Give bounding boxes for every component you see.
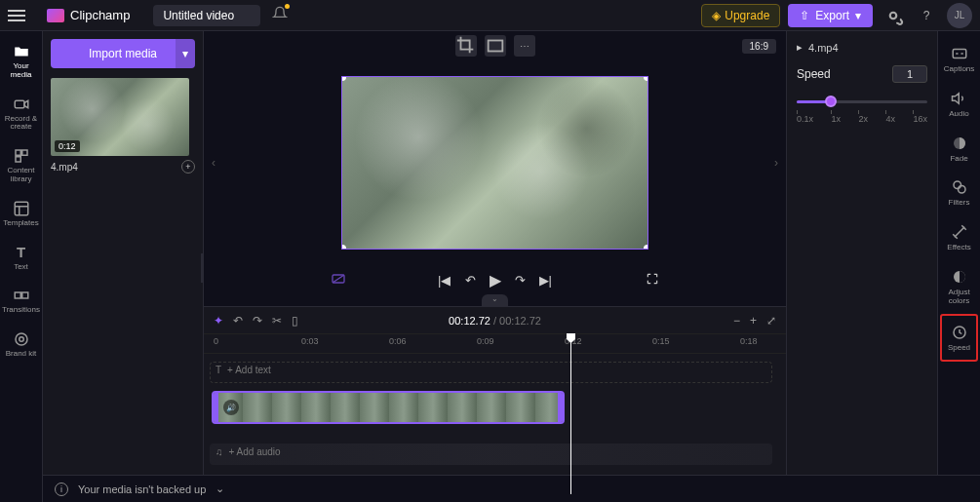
user-avatar[interactable]: JL (947, 3, 972, 28)
skip-back-button[interactable]: |◀ (438, 273, 451, 288)
tab-audio[interactable]: Audio (938, 82, 980, 127)
preview-canvas[interactable]: ⟳ (341, 76, 648, 250)
import-dropdown[interactable]: ▾ (176, 39, 195, 68)
clip-audio-icon[interactable]: 🔊 (223, 400, 239, 415)
resize-handle-tl[interactable] (341, 76, 346, 81)
slider-marks: 0.1x 1x 2x 4x 16x (797, 114, 927, 124)
tab-effects[interactable]: Effects (938, 215, 980, 260)
resize-handle-tr[interactable] (644, 76, 648, 81)
add-to-timeline-button[interactable]: + (181, 160, 195, 174)
rewind-button[interactable]: ↶ (465, 273, 476, 288)
preview-next[interactable]: › (774, 156, 778, 170)
import-label: Import media (89, 47, 157, 60)
collapse-timeline-button[interactable]: ⌄ (482, 294, 508, 306)
preview-prev[interactable]: ‹ (212, 156, 216, 170)
add-text-label: + Add text (227, 365, 271, 375)
tab-label: Captions (944, 65, 975, 74)
upgrade-button[interactable]: ◈ Upgrade (701, 4, 780, 27)
svg-rect-5 (15, 202, 28, 215)
backup-status: Your media isn't backed up (78, 483, 206, 495)
resize-handle-bl[interactable] (341, 245, 346, 250)
zoom-in-button[interactable]: + (750, 314, 757, 328)
nav-brand-kit[interactable]: Brand kit (0, 323, 42, 367)
media-panel: Import media ▾ 0:12 4.mp4 + (43, 31, 204, 502)
export-button[interactable]: ⇧ Export ▾ (788, 4, 873, 27)
nav-record-create[interactable]: Record & create (0, 88, 42, 140)
video-track[interactable]: 🔊 (210, 397, 780, 430)
svg-point-14 (954, 181, 961, 189)
auto-caption-icon[interactable] (331, 271, 346, 290)
filters-icon (951, 178, 968, 196)
media-thumbnail[interactable]: 0:12 (51, 78, 189, 156)
tab-speed[interactable]: Speed (940, 314, 978, 363)
audio-track[interactable]: ♫+ Add audio (210, 444, 780, 465)
nav-content-library[interactable]: Content library (0, 139, 42, 192)
app-name: Clipchamp (70, 8, 130, 22)
video-clip[interactable]: 🔊 (212, 391, 565, 424)
captions-icon (951, 45, 968, 62)
settings-icon[interactable] (881, 3, 906, 28)
svg-rect-3 (21, 150, 26, 155)
resize-handle-br[interactable] (644, 245, 648, 250)
tick: 0:18 (740, 336, 758, 346)
zoom-fit-button[interactable]: ⤢ (766, 314, 776, 328)
info-icon[interactable]: i (55, 483, 68, 496)
nav-label: Content library (2, 167, 40, 184)
tab-filters[interactable]: Filters (938, 171, 980, 215)
play-button[interactable]: ▶ (490, 271, 501, 290)
tab-adjust-colors[interactable]: Adjust colors (938, 260, 980, 314)
audio-icon (951, 90, 968, 107)
svg-rect-1 (15, 100, 24, 108)
fit-tool[interactable] (485, 35, 506, 57)
delete-button[interactable]: ▯ (292, 314, 298, 328)
logo[interactable]: Clipchamp (47, 8, 130, 22)
nav-your-media[interactable]: Your media (0, 35, 42, 88)
split-button[interactable]: ✂ (272, 314, 282, 328)
folder-icon (13, 43, 30, 60)
zoom-out-button[interactable]: − (733, 314, 740, 328)
speed-slider[interactable] (797, 93, 927, 110)
aspect-ratio-button[interactable]: 16:9 (742, 39, 776, 54)
project-title-input[interactable] (153, 5, 260, 26)
svg-rect-12 (953, 50, 966, 58)
upgrade-label: Upgrade (725, 9, 769, 22)
video-file-icon: ▸ (797, 41, 803, 54)
help-icon[interactable]: ? (914, 3, 939, 28)
nav-text[interactable]: T Text (0, 236, 42, 280)
undo-button[interactable]: ↶ (233, 314, 243, 328)
speed-icon (951, 324, 968, 341)
tab-label: Filters (949, 199, 970, 208)
playhead[interactable] (570, 334, 571, 494)
fullscreen-button[interactable] (646, 272, 659, 289)
nav-templates[interactable]: Templates (0, 192, 42, 236)
nav-transitions[interactable]: Transitions (0, 279, 42, 323)
clip-handle-right[interactable] (558, 393, 563, 422)
more-tool[interactable]: ⋯ (514, 35, 535, 57)
crop-tool[interactable] (455, 35, 477, 57)
timeline-ruler[interactable]: 0 0:03 0:06 0:09 0:12 0:15 0:18 (204, 334, 786, 354)
tab-captions[interactable]: Captions (938, 37, 980, 82)
svg-point-0 (890, 12, 897, 19)
library-icon (13, 147, 30, 165)
redo-button[interactable]: ↷ (253, 314, 262, 328)
clip-handle-left[interactable] (214, 393, 218, 422)
chevron-down-icon[interactable]: ⌄ (216, 483, 224, 495)
add-audio-label: + Add audio (229, 446, 281, 457)
forward-button[interactable]: ↷ (515, 273, 526, 288)
nav-label: Your media (2, 62, 40, 80)
mark: 1x (831, 114, 841, 124)
magic-tool[interactable]: ✦ (214, 314, 223, 328)
slider-thumb[interactable] (825, 96, 837, 107)
menu-icon[interactable] (8, 4, 31, 27)
nav-label: Brand kit (6, 350, 37, 359)
chevron-down-icon: ▾ (855, 9, 861, 22)
total-time: 00:12.72 (499, 315, 541, 327)
import-media-button[interactable]: Import media ▾ (51, 39, 195, 68)
notifications-icon[interactable] (272, 6, 288, 24)
nav-label: Record & create (2, 115, 40, 133)
status-bar: i Your media isn't backed up ⌄ (43, 475, 980, 502)
speed-value-input[interactable]: 1 (892, 65, 927, 83)
text-track[interactable]: T+ Add text (210, 362, 780, 383)
skip-forward-button[interactable]: ▶| (539, 273, 552, 288)
tab-fade[interactable]: Fade (938, 127, 980, 172)
